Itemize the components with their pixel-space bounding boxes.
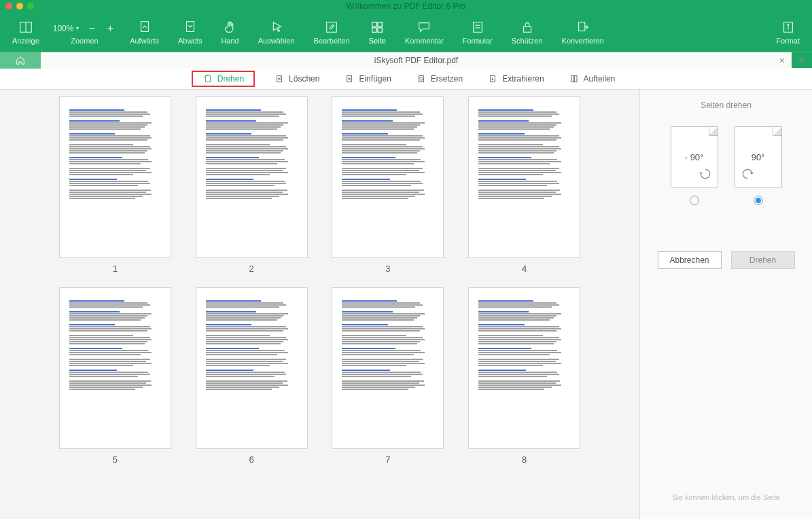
rotate-plus90-option[interactable]: 90° (735, 126, 782, 205)
up-label: Aufwärts (130, 37, 159, 45)
extract-label: Extrahieren (502, 74, 544, 84)
svg-rect-4 (327, 22, 337, 32)
document-name: iSkysoft PDF Editor.pdf (374, 56, 458, 65)
svg-point-16 (788, 24, 789, 25)
page-thumbnail[interactable]: 4 (463, 96, 585, 274)
apply-rotate-button[interactable]: Drehen (731, 251, 795, 269)
window-title: Willkommen zu PDF Editor 6 Pro (347, 1, 465, 11)
rotate-label: Drehen (217, 74, 244, 84)
page-thumbnail[interactable]: 6 (191, 287, 313, 465)
comment-label: Kommentar (405, 37, 444, 45)
page-thumbnail-preview (468, 287, 580, 449)
svg-rect-7 (372, 27, 376, 31)
edit-label: Bearbeiten (314, 37, 350, 45)
page-thumbnail-preview (332, 287, 444, 449)
convert-icon (576, 20, 590, 35)
page-number: 3 (385, 264, 390, 274)
window-maximize-button[interactable] (27, 3, 34, 10)
document-tab-bar: iSkysoft PDF Editor.pdf × + (0, 52, 812, 68)
page-thumbnail[interactable]: 8 (463, 287, 585, 465)
rotate-plus90-radio[interactable] (754, 196, 763, 205)
page-number: 5 (113, 454, 118, 465)
edit-button[interactable]: Bearbeiten (308, 20, 355, 45)
svg-rect-8 (378, 27, 382, 31)
page-thumbnail[interactable]: 3 (328, 96, 449, 274)
add-tab-button[interactable]: + (792, 53, 812, 67)
page-thumbnail[interactable]: 2 (191, 96, 313, 274)
down-label: Abwcts (178, 37, 202, 45)
comment-icon (417, 20, 431, 35)
page-thumbnail-preview (59, 96, 171, 258)
convert-label: Konvertieren (562, 37, 604, 45)
replace-tool[interactable]: Ersetzen (410, 71, 468, 87)
zoom-dropdown[interactable]: 100% ▾ (53, 24, 80, 33)
svg-rect-2 (141, 21, 148, 31)
rotate-minus90-option[interactable]: - 90° (671, 126, 718, 205)
page-number: 8 (522, 454, 527, 465)
comment-button[interactable]: Kommentar (400, 20, 449, 45)
up-button[interactable]: Aufwärts (124, 20, 164, 45)
page-thumbnail[interactable]: 5 (54, 287, 176, 465)
tab-close-button[interactable]: × (779, 55, 785, 66)
replace-label: Ersetzen (431, 74, 463, 84)
view-button[interactable]: Anzeige (7, 20, 45, 45)
page-thumbnail[interactable]: 7 (328, 287, 449, 465)
delete-tool[interactable]: Löschen (268, 71, 325, 87)
protect-button[interactable]: Schützen (506, 20, 548, 45)
svg-rect-6 (378, 22, 382, 26)
svg-rect-13 (578, 22, 584, 31)
down-button[interactable]: Abwcts (173, 20, 207, 45)
page-thumbnail-preview (59, 287, 171, 449)
rotate-cw-icon (741, 167, 754, 183)
extract-tool[interactable]: Extrahieren (482, 71, 549, 87)
home-button[interactable] (0, 52, 41, 69)
page-thumbnail-preview (468, 96, 580, 258)
zoom-out-button[interactable]: − (86, 22, 97, 35)
window-close-button[interactable] (5, 3, 12, 10)
hand-icon (223, 20, 238, 35)
rotate-minus90-label: - 90° (685, 152, 704, 162)
document-tab[interactable]: iSkysoft PDF Editor.pdf × (41, 52, 792, 69)
page-thumbnail[interactable]: 1 (54, 96, 176, 274)
insert-label: Einfügen (359, 74, 391, 84)
edit-icon (324, 20, 339, 35)
rotate-ccw-icon (699, 167, 712, 183)
view-label: Anzeige (12, 37, 39, 45)
rotate-tool[interactable]: Drehen (192, 71, 255, 87)
format-button[interactable]: Format (771, 20, 805, 45)
protect-label: Schützen (512, 37, 543, 45)
hand-label: Hand (221, 37, 239, 45)
svg-rect-9 (473, 22, 482, 32)
format-label: Format (776, 37, 800, 45)
rotate-plus90-label: 90° (752, 152, 765, 162)
svg-rect-5 (372, 22, 376, 26)
page-thumbnail-preview (196, 287, 308, 449)
hand-button[interactable]: Hand (215, 20, 244, 45)
page-number: 7 (385, 454, 390, 465)
zoom-in-button[interactable]: + (105, 22, 116, 35)
window-minimize-button[interactable] (16, 3, 23, 10)
convert-button[interactable]: Konvertieren (557, 20, 610, 45)
page-thumbnail-grid: 1 2 3 4 5 6 7 8 (0, 90, 639, 519)
svg-rect-27 (574, 75, 576, 82)
lock-icon (520, 20, 535, 35)
insert-tool[interactable]: Einfügen (338, 71, 396, 87)
form-button[interactable]: Formular (457, 20, 498, 45)
split-label: Aufteilen (584, 74, 616, 84)
rotate-sidebar: Seiten drehen - 90° 90° Abbrechen Drehen (639, 90, 812, 519)
cancel-button[interactable]: Abbrechen (658, 251, 722, 269)
split-tool[interactable]: Aufteilen (563, 71, 621, 87)
page-number: 2 (249, 264, 254, 274)
page-grid-icon (370, 20, 385, 35)
sidebar-hint: Sie können klicken, um die Seite (650, 493, 802, 501)
cursor-icon (269, 20, 284, 35)
select-button[interactable]: Auswählen (253, 20, 300, 45)
rotate-minus90-radio[interactable] (690, 196, 699, 205)
page-label: Seite (369, 37, 386, 45)
page-number: 4 (522, 264, 527, 274)
svg-rect-3 (186, 21, 194, 31)
svg-rect-26 (571, 75, 573, 82)
zoom-label: Zoomen (71, 37, 98, 45)
page-subtoolbar: Drehen Löschen Einfügen Ersetzen Extrahi… (0, 68, 812, 90)
page-button[interactable]: Seite (364, 20, 391, 45)
